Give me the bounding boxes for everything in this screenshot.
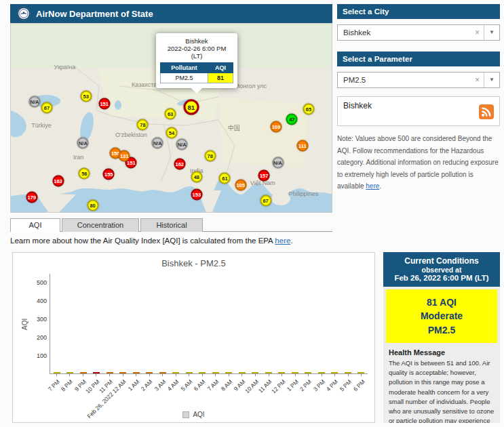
aqi-marker[interactable]: 105 [235,180,246,191]
aqi-marker[interactable]: 67 [260,195,271,207]
aqi-bar[interactable] [345,372,351,373]
parameter-select[interactable]: PM2.5 × ▼ [337,72,500,88]
state-department-seal-icon [17,7,31,20]
epa-link[interactable]: here [275,237,290,245]
aqi-bar[interactable] [199,372,206,373]
aqi-bar[interactable] [357,372,364,373]
y-tick-label: 500 [37,279,47,286]
parameter-dropdown-arrow-icon[interactable]: ▼ [484,73,499,87]
aqi-category: Moderate [389,309,495,323]
chart-title: Bishkek - PM2.5 [20,258,368,268]
aqi-bar[interactable] [212,372,219,373]
rss-city-label: Bishkek [343,101,372,110]
aqi-summary-box: 81 AQI Moderate PM2.5 [386,289,497,343]
x-tick-label: 3 AM [153,378,167,392]
map-popup: Bishkek 2022-02-26 6:00 PM (LT) Pollutan… [156,33,237,88]
aqi-marker[interactable]: 78 [204,150,216,161]
aqi-marker[interactable]: 67 [41,102,52,113]
popup-aqi-value: 81 [208,73,233,83]
health-message-title: Health Message [383,346,500,357]
aqi-marker[interactable]: 157 [258,169,270,181]
rss-icon[interactable] [479,104,494,121]
x-tick-label: 7 AM [206,378,220,392]
popup-city: Bishkek [160,37,233,45]
aqi-bar[interactable] [186,372,193,373]
aqi-marker[interactable]: N/A [176,138,188,150]
aqi-marker[interactable]: 53 [80,91,92,102]
aqi-marker[interactable]: 151 [98,98,110,110]
aqi-bar[interactable] [292,372,298,373]
aqi-bar[interactable] [159,372,166,373]
aqi-marker[interactable]: 78 [137,119,149,131]
aqi-marker[interactable]: N/A [77,137,89,148]
tab-historical[interactable]: Historical [140,218,203,232]
aqi-bar[interactable] [54,372,60,373]
aqi-bar[interactable] [331,372,338,373]
aqi-marker[interactable]: 48 [191,171,202,183]
aqi-value-line: 81 AQI [389,296,495,309]
aqi-bar[interactable] [225,372,232,373]
popup-lt: (LT) [160,52,233,60]
aqi-marker[interactable]: 131 [119,150,130,161]
observed-datetime: Feb 26, 2022 6:00 PM (LT) [386,274,497,282]
aqi-bar[interactable] [146,372,153,373]
aqi-marker[interactable]: N/A [29,96,41,108]
note-link[interactable]: here [366,182,379,190]
aqi-bar[interactable] [239,372,246,373]
parameter-select-value: PM2.5 [338,76,471,84]
popup-pollutant-value: PM2.5 [161,73,208,83]
popup-table: Pollutant AQI PM2.5 81 [160,62,233,83]
aqi-bar[interactable] [119,372,126,373]
current-conditions-panel: Current Conditions observed at Feb 26, 2… [383,252,500,423]
popup-col-aqi: AQI [208,63,233,73]
aqi-bar[interactable] [93,372,100,373]
aqi-marker[interactable]: 155 [103,169,115,180]
aqi-marker[interactable]: 61 [219,173,231,184]
select-city-header: Select a City [337,4,500,19]
aqi-marker[interactable]: N/A [272,157,284,168]
y-axis-label: AQI [20,274,29,374]
aqi-bar[interactable] [252,372,258,373]
aqi-bar[interactable] [133,372,140,373]
aqi-bar[interactable] [172,372,179,373]
x-tick-label: 4 AM [166,378,180,392]
aqi-marker[interactable]: 179 [26,192,37,203]
city-dropdown-arrow-icon[interactable]: ▼ [484,25,499,40]
aqi-marker[interactable]: 163 [52,176,64,187]
aqi-marker[interactable]: 54 [166,127,177,138]
aqi-bar[interactable] [278,372,285,373]
city-select-value: Bishkek [338,28,471,37]
x-tick-label: 6 AM [193,378,207,392]
city-clear-icon[interactable]: × [471,28,484,37]
aqi-bar[interactable] [318,372,325,373]
aqi-marker[interactable]: 63 [165,108,176,120]
aqi-bar[interactable] [80,372,87,373]
aqi-map[interactable]: УкраїнаКазахстанМонгол улсTürkiyeO'zbeki… [10,23,332,213]
learn-more-suffix: . [290,237,292,245]
aqi-marker[interactable]: 80 [87,199,98,211]
aqi-bar[interactable] [66,372,73,373]
aqi-marker[interactable]: 47 [286,113,298,125]
parameter-clear-icon[interactable]: × [471,75,484,85]
aqi-pollutant: PM2.5 [389,323,495,337]
tab-concentration[interactable]: Concentration [62,218,139,232]
aqi-marker[interactable]: 65 [303,104,314,115]
legend-label: AQI [193,411,204,418]
rss-feed-box: Bishkek [337,96,500,126]
y-tick-label: 400 [37,298,47,304]
aqi-bar[interactable] [305,372,311,373]
y-tick-label: 100 [37,352,47,359]
aqi-marker[interactable]: 162 [174,159,185,170]
aqi-bar[interactable] [106,372,113,373]
aqi-marker[interactable]: 56 [79,168,90,180]
aqi-bar[interactable] [265,372,272,373]
aqi-marker[interactable]: N/A [152,137,163,148]
current-conditions-header: Current Conditions observed at Feb 26, 2… [383,252,500,287]
tab-aqi[interactable]: AQI [10,218,60,232]
x-tick-label: 2 AM [140,378,154,392]
city-select[interactable]: Bishkek × ▼ [337,24,500,41]
aqi-marker[interactable]: 111 [296,140,308,151]
aqi-marker[interactable]: 153 [191,189,202,201]
aqi-marker-selected[interactable]: 81 [183,100,199,115]
aqi-marker[interactable]: 109 [271,121,282,132]
